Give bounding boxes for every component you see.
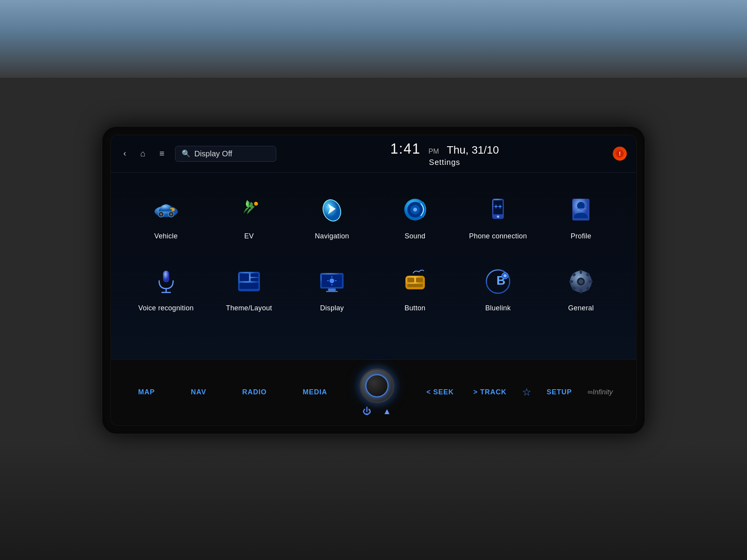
infinity-logo: ∞Infinity (587, 388, 613, 396)
seek-button[interactable]: < SEEK (423, 386, 458, 399)
navigation-label: Navigation (315, 232, 349, 241)
home-button[interactable]: ⌂ (137, 147, 148, 160)
settings-item-sound[interactable]: Sound (375, 184, 454, 248)
svg-rect-52 (569, 280, 573, 283)
settings-item-general[interactable]: General (542, 256, 621, 320)
settings-item-voice-recognition[interactable]: Voice recognition (126, 256, 205, 320)
svg-text:++: ++ (494, 203, 502, 210)
settings-item-button[interactable]: Button (375, 256, 454, 320)
settings-item-bluelink[interactable]: B Bluelink (458, 256, 537, 320)
svg-rect-28 (251, 273, 258, 277)
svg-point-14 (413, 208, 417, 212)
media-button[interactable]: MEDIA (299, 386, 331, 399)
settings-grid: Vehicle (126, 184, 621, 321)
svg-rect-50 (580, 270, 582, 274)
knob-inner (365, 374, 389, 397)
button-label: Button (405, 304, 426, 313)
eject-button[interactable]: ▲ (383, 406, 391, 416)
svg-point-5 (160, 213, 162, 215)
theme-layout-label: Theme/Layout (226, 304, 272, 313)
settings-item-ev[interactable]: EV (209, 184, 288, 248)
svg-point-17 (497, 215, 499, 218)
svg-rect-43 (407, 284, 423, 287)
settings-item-phone-connection[interactable]: ++ Phone connection (458, 184, 537, 248)
nav-button[interactable]: NAV (187, 386, 210, 399)
sound-label: Sound (405, 232, 426, 241)
theme-layout-icon (231, 264, 267, 299)
outer-frame: ‹ ⌂ ≡ 🔍 Display Off 1:41 PM Thu, 31/10 S… (101, 126, 646, 435)
svg-rect-42 (416, 278, 423, 282)
svg-rect-53 (589, 280, 593, 283)
radio-button[interactable]: RADIO (238, 386, 271, 399)
volume-knob[interactable] (359, 368, 395, 403)
search-icon: 🔍 (182, 149, 190, 158)
profile-icon (563, 192, 598, 227)
time-display: 1:41 (390, 141, 421, 157)
phone-connection-icon: ++ (480, 192, 516, 227)
settings-item-vehicle[interactable]: Vehicle (126, 184, 205, 248)
display-label: Display (320, 304, 344, 313)
svg-rect-33 (328, 289, 336, 291)
vehicle-icon (149, 192, 184, 227)
svg-rect-51 (580, 289, 582, 293)
svg-point-35 (330, 278, 334, 283)
setup-button[interactable]: SETUP (543, 386, 576, 399)
ev-label: EV (244, 232, 254, 241)
svg-rect-23 (163, 271, 169, 282)
power-button[interactable]: ⏻ (363, 406, 371, 416)
settings-item-navigation[interactable]: Navigation (293, 184, 372, 248)
date-display: Thu, 31/10 (447, 144, 499, 156)
nav-icons: ‹ ⌂ ≡ (120, 147, 167, 160)
screen-title: Settings (429, 158, 460, 167)
top-bar: ‹ ⌂ ≡ 🔍 Display Off 1:41 PM Thu, 31/10 S… (111, 135, 636, 173)
bluelink-icon: B (480, 264, 516, 299)
profile-label: Profile (571, 232, 591, 241)
svg-point-7 (172, 208, 175, 211)
svg-rect-30 (240, 283, 258, 289)
notification-icon[interactable]: ! (613, 147, 627, 161)
svg-rect-27 (240, 273, 249, 281)
search-text: Display Off (194, 149, 232, 158)
voice-recognition-icon (149, 264, 184, 299)
ev-icon (231, 192, 267, 227)
phone-connection-label: Phone connection (469, 232, 527, 241)
sound-icon (398, 192, 433, 227)
time-row: 1:41 PM Thu, 31/10 (390, 141, 499, 157)
svg-point-6 (170, 213, 172, 215)
svg-point-47 (503, 274, 507, 277)
hardware-section: MAP NAV RADIO MEDIA ⏻ ▲ < SEEK > TRACK ☆… (111, 359, 636, 425)
settings-item-theme-layout[interactable]: Theme/Layout (209, 256, 288, 320)
svg-point-59 (579, 279, 583, 284)
favorite-button[interactable]: ☆ (522, 386, 531, 398)
button-icon (398, 264, 433, 299)
volume-knob-section: ⏻ ▲ (359, 368, 395, 416)
search-bar[interactable]: 🔍 Display Off (175, 146, 276, 162)
svg-rect-29 (251, 278, 258, 281)
voice-recognition-label: Voice recognition (139, 304, 194, 313)
bluelink-label: Bluelink (485, 304, 510, 313)
time-ampm: PM (428, 147, 439, 156)
display-icon (314, 264, 349, 299)
navigation-icon (314, 192, 349, 227)
general-icon (563, 264, 598, 299)
top-right: ! (613, 147, 627, 161)
general-label: General (568, 304, 594, 313)
back-button[interactable]: ‹ (120, 147, 129, 160)
svg-rect-41 (407, 278, 414, 282)
center-info: 1:41 PM Thu, 31/10 Settings (284, 141, 605, 167)
hw-right-buttons: < SEEK > TRACK ☆ SETUP ∞Infinity (423, 386, 613, 399)
settings-item-display[interactable]: Display (293, 256, 372, 320)
main-content: Vehicle (111, 173, 636, 359)
infotainment-screen: ‹ ⌂ ≡ 🔍 Display Off 1:41 PM Thu, 31/10 S… (110, 135, 637, 426)
map-button[interactable]: MAP (134, 386, 159, 399)
svg-rect-34 (326, 291, 338, 292)
track-button[interactable]: > TRACK (470, 386, 511, 399)
vehicle-label: Vehicle (154, 232, 178, 241)
power-row: ⏻ ▲ (363, 406, 391, 416)
menu-button[interactable]: ≡ (156, 147, 168, 160)
settings-item-profile[interactable]: Profile (542, 184, 621, 248)
svg-text:!: ! (619, 150, 621, 157)
